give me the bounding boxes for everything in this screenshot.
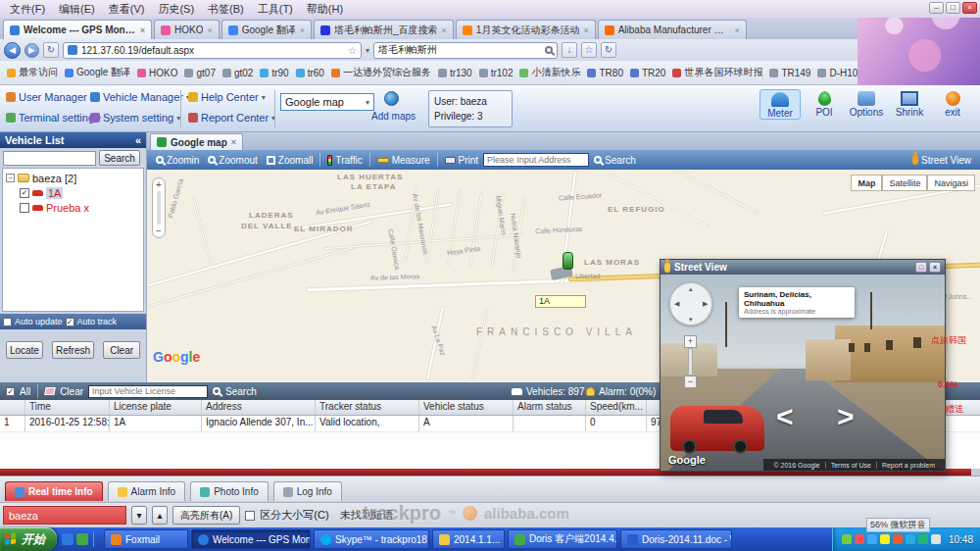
action-exit[interactable]: exit [932,89,973,118]
tray-icon[interactable] [842,534,852,544]
zoom-out-icon[interactable]: − [684,376,697,388]
menu-bookmarks[interactable]: 书签(B) [201,1,251,18]
compass-up-icon[interactable]: ▴ [689,285,693,293]
bookmark-item[interactable]: Google 翻译 [62,64,133,81]
tray-icon[interactable] [918,534,928,544]
zoomin-button[interactable]: Zoomin [152,155,203,166]
task-skype[interactable]: Skype™ - trackpro18 [314,529,429,549]
tab-google-translate[interactable]: Google 翻译 × [221,20,312,39]
tab-hoko[interactable]: HOKO × [154,20,220,39]
bookmark-item[interactable]: gt02 [220,66,256,80]
bookmark-item[interactable]: TR20 [627,66,668,80]
menu-user-manager[interactable]: User Manager▾ [6,91,94,103]
tab-log-info[interactable]: Log Info [273,481,342,501]
add-maps-link[interactable]: Add maps [371,111,416,122]
tab-alarm-info[interactable]: Alarm Info [108,481,186,501]
tray-icon[interactable] [893,534,903,544]
tray-icon[interactable] [906,534,915,544]
tab-google-map[interactable]: Google map × [150,133,243,150]
terms-link[interactable]: Terms of Use [825,462,876,469]
zoomout-button[interactable]: Zoomout [204,155,261,166]
menu-help-center[interactable]: Help Center▾ [188,91,266,103]
url-bar[interactable]: 121.37.60.19/default.aspx ☆ [63,42,362,59]
menu-tools[interactable]: 工具(T) [251,1,300,18]
task-foxmail[interactable]: Foxmail [104,529,188,549]
license-filter-input[interactable] [88,385,208,398]
clear-button[interactable]: Clear [60,386,83,397]
street-view-titlebar[interactable]: Street View □ × [661,260,945,275]
menu-help[interactable]: 帮助(H) [300,1,350,18]
star-icon[interactable]: ☆ [581,42,597,58]
menu-history[interactable]: 历史(S) [151,1,201,18]
col-address[interactable]: Address [202,400,316,415]
tab-close-icon[interactable]: × [734,25,739,35]
locate-button[interactable]: Locate [6,341,43,359]
zoom-in-icon[interactable]: + [156,179,162,190]
tab-alibaba[interactable]: Alibaba Manufacturer Dire... × [598,20,747,39]
street-view-compass[interactable]: ▴ ▾ ◀ ▶ [669,282,712,326]
tab-close-icon[interactable]: × [300,25,305,35]
action-poi[interactable]: POI [804,89,845,118]
popup-close-icon[interactable]: × [929,262,941,273]
compass-down-icon[interactable]: ▾ [689,316,693,324]
collapse-panel-icon[interactable]: « [135,134,141,146]
satellite-mode-button[interactable]: Satellite [882,175,927,191]
zoom-slider[interactable] [157,191,161,225]
tab-close-icon[interactable]: × [140,25,145,35]
tab-photo-info[interactable]: Photo Info [190,481,269,501]
menu-edit[interactable]: 编辑(E) [52,1,102,18]
action-meter[interactable]: Meter [760,89,801,120]
compass-left-icon[interactable]: ◀ [674,300,679,308]
action-options[interactable]: Options [846,89,887,118]
quick-launch-browser-icon[interactable] [62,533,74,545]
tab-activity[interactable]: 1月英文化活动彩条活动 × [456,20,596,39]
vehicle-checkbox-unchecked[interactable] [20,203,29,213]
find-next-icon[interactable]: ▾ [131,506,147,525]
bookmark-item[interactable]: 小清新快乐 [516,64,583,81]
tab-gps-monitor[interactable]: Welcome --- GPS Monitor ... × [3,20,152,39]
panel-search-button[interactable]: Search [225,386,257,397]
minimize-button[interactable]: – [929,2,944,14]
vehicle-search-input[interactable] [3,151,96,166]
navigasi-mode-button[interactable]: Navigasi [927,175,975,191]
col-vehicle-status[interactable]: Vehicle status [419,400,514,415]
menu-system-setting[interactable]: System setting▾ [90,112,180,124]
bookmark-item[interactable]: TR80 [584,66,625,80]
vehicle-search-button[interactable]: Search [99,150,140,166]
map-search-button[interactable]: Search [590,155,640,166]
search-icon[interactable] [545,46,553,54]
tab-close-icon[interactable]: × [231,137,236,147]
url-dropdown-icon[interactable]: ▾ [366,46,369,55]
menu-file[interactable]: 文件(F) [3,1,52,18]
ime-language-bar[interactable]: 56% 微软拼音 [866,518,930,532]
col-tracker-status[interactable]: Tracker status [316,400,419,415]
menu-vehicle-manager[interactable]: Vehicle Manager▾ [90,91,190,103]
bookmark-item[interactable]: gt07 [181,66,218,80]
ad-text[interactable]: 点旅韩国 [931,334,966,347]
bookmark-item[interactable]: tr130 [435,66,475,80]
volume-icon[interactable] [931,534,941,544]
zoom-slider[interactable] [688,348,693,376]
tray-icon[interactable] [855,534,864,544]
find-previous-icon[interactable]: ▴ [152,506,168,525]
clear-button[interactable]: Clear [103,341,140,359]
map-mode-button[interactable]: Map [851,175,882,191]
tree-expander-icon[interactable]: − [6,174,15,182]
tab-close-icon[interactable]: × [442,25,447,35]
traffic-button[interactable]: Traffic [323,155,366,166]
col-alarm-status[interactable]: Alarm status [514,400,586,415]
bookmark-item[interactable]: 最常访问 [4,64,61,81]
action-shrink[interactable]: Shrink [889,89,930,118]
col-time[interactable]: Time [25,400,110,415]
tab-baidu-search[interactable]: 塔毛利帕斯州_百度搜索 × [314,20,454,39]
vehicle-marker-label[interactable]: 1A [535,295,586,308]
highlight-all-button[interactable]: 高亮所有(A) [172,506,240,525]
taskbar-clock[interactable]: 10:48 [949,534,973,545]
maximize-button[interactable]: □ [946,2,960,14]
bookmark-item[interactable]: HOKO [134,66,180,80]
quick-launch-app-icon[interactable] [76,533,88,545]
tree-vehicle-row[interactable]: ✓ 1A [6,185,140,200]
popup-maximize-icon[interactable]: □ [915,262,927,273]
forward-icon[interactable]: ▶ [24,43,39,58]
print-button[interactable]: Print [441,155,483,166]
